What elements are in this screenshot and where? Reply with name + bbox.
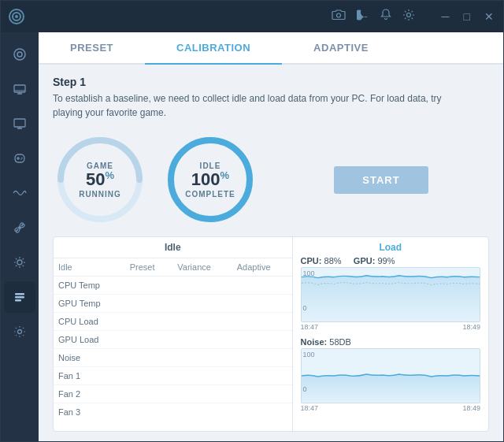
chart1-x-left: 18:47 [301, 323, 319, 331]
load-panel: Load CPU: 88% GPU: 99% [293, 237, 488, 431]
sidebar-item-home[interactable] [4, 39, 35, 70]
svg-rect-16 [15, 293, 24, 295]
table-cell-label: Fan 3 [54, 403, 125, 422]
idle-circle-label-bot: COMPLETE [185, 189, 235, 198]
bell-icon[interactable] [380, 9, 391, 24]
moon-icon[interactable] [357, 9, 369, 24]
table-cell-adaptive [232, 331, 292, 349]
chart2-y-bot: 0 [303, 385, 307, 393]
svg-point-14 [18, 226, 21, 229]
game-circle-inner: GAME 50% RUNNING [79, 162, 121, 199]
window-controls: ─ □ ✕ [439, 9, 497, 24]
game-circle-percent: 50% [86, 170, 114, 190]
sidebar-item-brightness[interactable] [4, 247, 35, 278]
chart2-x-right: 18:49 [462, 404, 480, 412]
table-cell-adaptive [232, 313, 292, 331]
chart1-x-right: 18:49 [462, 323, 480, 331]
table-row: Fan 3 [54, 403, 292, 422]
table-cell-preset [125, 367, 173, 385]
maximize-button[interactable]: □ [461, 9, 473, 24]
table-row: Fan 1 [54, 367, 292, 385]
idle-circle-percent: 100% [191, 170, 229, 190]
table-cell-variance [172, 331, 232, 349]
idle-panel: Idle Idle Preset Variance Adaptive [54, 237, 293, 431]
title-bar-icons: ─ □ ✕ [332, 9, 497, 24]
main-panel: Step 1 To establish a baseline, we need … [39, 65, 503, 441]
chart-section: CPU: 88% GPU: 99% 100 0 [301, 256, 480, 412]
chart1-x-labels: 18:47 18:49 [301, 323, 480, 331]
sidebar-item-settings[interactable] [4, 316, 35, 347]
cpu-label: CPU: [301, 256, 322, 266]
table-cell-variance [172, 277, 232, 295]
table-cell-variance [172, 385, 232, 403]
title-bar: ─ □ ✕ [1, 1, 503, 32]
sidebar-item-cpu[interactable] [4, 177, 35, 209]
table-cell-preset [125, 385, 173, 403]
tab-preset[interactable]: PRESET [39, 32, 145, 65]
chart1-y-top: 100 [303, 269, 315, 277]
game-circle-label-bot: RUNNING [79, 189, 121, 198]
table-cell-adaptive [232, 349, 292, 367]
camera-icon[interactable] [332, 9, 346, 24]
table-cell-label: GPU Load [54, 331, 125, 349]
table-cell-label: Fan 1 [54, 367, 125, 385]
table-cell-variance [172, 403, 232, 422]
load-panel-title: Load [301, 242, 480, 253]
svg-point-12 [21, 158, 23, 159]
tab-calibration[interactable]: CALIBRATION [145, 32, 282, 65]
table-cell-preset [125, 403, 173, 422]
gpu-value: 99% [377, 256, 395, 266]
start-button-container: START [273, 166, 489, 194]
app-logo-icon [1, 1, 32, 32]
title-bar-left [1, 1, 32, 32]
cpu-gpu-chart: 100 0 [301, 267, 480, 322]
table-cell-preset [125, 295, 173, 313]
content-area: PRESET CALIBRATION ADAPTIVE Step 1 To es… [39, 32, 503, 441]
tab-nav: PRESET CALIBRATION ADAPTIVE [39, 32, 503, 65]
col-idle: Idle [54, 258, 125, 277]
svg-point-5 [14, 49, 25, 60]
close-button[interactable]: ✕ [481, 9, 497, 24]
start-button[interactable]: START [334, 166, 428, 194]
table-row: GPU Load [54, 331, 292, 349]
sidebar-item-gamepad[interactable] [4, 143, 35, 174]
idle-circle-inner: IDLE 100% COMPLETE [185, 162, 235, 199]
gpu-label: GPU: [354, 256, 376, 266]
svg-point-3 [336, 13, 340, 17]
sidebar-item-monitor[interactable] [4, 108, 35, 139]
step-description: To establish a baseline, we need to coll… [53, 91, 462, 120]
noise-header: Noise: 58DB [301, 337, 480, 347]
game-circle-container: GAME 50% RUNNING [53, 132, 147, 227]
main-window: ─ □ ✕ [0, 0, 504, 442]
minimize-button[interactable]: ─ [439, 9, 453, 24]
sidebar-item-fan[interactable] [4, 212, 35, 243]
noise-value: 58DB [329, 337, 351, 347]
table-cell-adaptive [232, 277, 292, 295]
circles-row: GAME 50% RUNNING IDLE 100% [53, 132, 489, 227]
sidebar [1, 32, 39, 441]
svg-rect-9 [14, 119, 25, 127]
idle-panel-title: Idle [54, 237, 292, 258]
sidebar-item-list[interactable] [4, 281, 35, 313]
svg-point-6 [17, 52, 22, 57]
svg-point-15 [17, 260, 22, 265]
chart2-x-left: 18:47 [301, 404, 319, 412]
table-cell-variance [172, 313, 232, 331]
step-title: Step 1 [53, 76, 489, 88]
table-cell-preset [125, 331, 173, 349]
svg-point-19 [18, 330, 22, 334]
table-cell-label: Fan 2 [54, 385, 125, 403]
table-cell-adaptive [232, 385, 292, 403]
table-row: CPU Temp [54, 277, 292, 295]
tab-adaptive[interactable]: ADAPTIVE [282, 32, 400, 65]
table-cell-adaptive [232, 295, 292, 313]
sidebar-item-display[interactable] [4, 73, 35, 105]
col-variance: Variance [172, 258, 232, 277]
table-cell-variance [172, 367, 232, 385]
noise-chart: 100 0 [301, 348, 480, 403]
gear-icon[interactable] [402, 9, 415, 24]
noise-label: Noise: [301, 337, 328, 347]
col-adaptive: Adaptive [232, 258, 292, 277]
chart2-y-top: 100 [303, 351, 315, 358]
svg-rect-18 [15, 299, 21, 302]
